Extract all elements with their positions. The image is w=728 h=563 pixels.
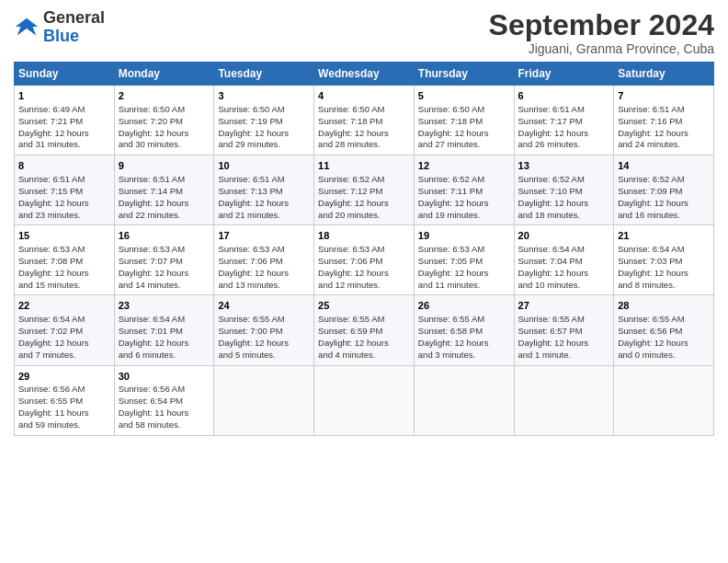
calendar-day-cell: 23Sunrise: 6:54 AM Sunset: 7:01 PM Dayli… <box>114 295 214 365</box>
day-detail: Sunrise: 6:51 AM Sunset: 7:15 PM Dayligh… <box>18 174 110 221</box>
day-number: 13 <box>518 159 610 173</box>
calendar-week-row: 22Sunrise: 6:54 AM Sunset: 7:02 PM Dayli… <box>15 295 714 365</box>
calendar-day-cell: 9Sunrise: 6:51 AM Sunset: 7:14 PM Daylig… <box>114 155 214 225</box>
day-detail: Sunrise: 6:55 AM Sunset: 7:00 PM Dayligh… <box>218 314 310 361</box>
day-number: 19 <box>418 229 510 243</box>
header-row: Sunday Monday Tuesday Wednesday Thursday… <box>15 63 714 86</box>
calendar-day-cell <box>614 365 714 435</box>
day-detail: Sunrise: 6:55 AM Sunset: 6:56 PM Dayligh… <box>618 314 710 361</box>
day-detail: Sunrise: 6:52 AM Sunset: 7:11 PM Dayligh… <box>418 174 510 221</box>
calendar-week-row: 8Sunrise: 6:51 AM Sunset: 7:15 PM Daylig… <box>15 155 714 225</box>
calendar-day-cell: 27Sunrise: 6:55 AM Sunset: 6:57 PM Dayli… <box>514 295 614 365</box>
day-number: 6 <box>518 89 610 103</box>
day-number: 3 <box>218 89 310 103</box>
calendar-day-cell: 29Sunrise: 6:56 AM Sunset: 6:55 PM Dayli… <box>15 365 115 435</box>
day-detail: Sunrise: 6:49 AM Sunset: 7:21 PM Dayligh… <box>18 104 110 151</box>
calendar-day-cell: 11Sunrise: 6:52 AM Sunset: 7:12 PM Dayli… <box>314 155 415 225</box>
calendar-day-cell: 1Sunrise: 6:49 AM Sunset: 7:21 PM Daylig… <box>15 86 115 155</box>
day-detail: Sunrise: 6:53 AM Sunset: 7:06 PM Dayligh… <box>318 244 410 291</box>
calendar-day-cell: 14Sunrise: 6:52 AM Sunset: 7:09 PM Dayli… <box>614 155 714 225</box>
svg-marker-0 <box>16 18 38 36</box>
calendar-day-cell: 22Sunrise: 6:54 AM Sunset: 7:02 PM Dayli… <box>15 295 115 365</box>
day-detail: Sunrise: 6:50 AM Sunset: 7:18 PM Dayligh… <box>418 104 510 151</box>
day-detail: Sunrise: 6:51 AM Sunset: 7:13 PM Dayligh… <box>218 174 310 221</box>
col-tuesday: Tuesday <box>214 63 314 86</box>
calendar-day-cell: 13Sunrise: 6:52 AM Sunset: 7:10 PM Dayli… <box>514 155 614 225</box>
calendar-day-cell: 6Sunrise: 6:51 AM Sunset: 7:17 PM Daylig… <box>514 86 614 155</box>
day-number: 1 <box>18 89 110 103</box>
calendar-day-cell: 15Sunrise: 6:53 AM Sunset: 7:08 PM Dayli… <box>15 225 115 295</box>
day-detail: Sunrise: 6:54 AM Sunset: 7:02 PM Dayligh… <box>18 314 110 361</box>
day-number: 10 <box>218 159 310 173</box>
page: General Blue September 2024 Jiguani, Gra… <box>0 0 728 563</box>
day-number: 21 <box>618 229 710 243</box>
day-number: 20 <box>518 229 610 243</box>
calendar-day-cell: 4Sunrise: 6:50 AM Sunset: 7:18 PM Daylig… <box>314 86 415 155</box>
day-number: 2 <box>119 89 210 103</box>
logo-blue: Blue <box>43 27 79 45</box>
day-number: 16 <box>119 229 210 243</box>
day-number: 15 <box>18 229 110 243</box>
calendar-day-cell: 24Sunrise: 6:55 AM Sunset: 7:00 PM Dayli… <box>214 295 314 365</box>
day-number: 24 <box>218 299 310 313</box>
day-number: 8 <box>18 159 110 173</box>
calendar-day-cell <box>314 365 415 435</box>
calendar-day-cell: 8Sunrise: 6:51 AM Sunset: 7:15 PM Daylig… <box>15 155 115 225</box>
calendar-day-cell: 12Sunrise: 6:52 AM Sunset: 7:11 PM Dayli… <box>414 155 514 225</box>
day-detail: Sunrise: 6:53 AM Sunset: 7:06 PM Dayligh… <box>218 244 310 291</box>
calendar-day-cell <box>414 365 514 435</box>
logo-text: General Blue <box>43 9 105 46</box>
calendar-day-cell: 2Sunrise: 6:50 AM Sunset: 7:20 PM Daylig… <box>114 86 214 155</box>
day-detail: Sunrise: 6:50 AM Sunset: 7:20 PM Dayligh… <box>119 104 210 151</box>
calendar-day-cell <box>214 365 314 435</box>
calendar-day-cell: 10Sunrise: 6:51 AM Sunset: 7:13 PM Dayli… <box>214 155 314 225</box>
logo-bird-icon <box>14 15 40 40</box>
calendar-table: Sunday Monday Tuesday Wednesday Thursday… <box>14 62 714 435</box>
col-thursday: Thursday <box>414 63 514 86</box>
day-number: 28 <box>618 299 710 313</box>
day-detail: Sunrise: 6:51 AM Sunset: 7:16 PM Dayligh… <box>618 104 710 151</box>
day-detail: Sunrise: 6:53 AM Sunset: 7:05 PM Dayligh… <box>418 244 510 291</box>
logo-area: General Blue <box>14 9 105 46</box>
day-detail: Sunrise: 6:55 AM Sunset: 6:58 PM Dayligh… <box>418 314 510 361</box>
day-number: 30 <box>119 370 210 384</box>
calendar-day-cell: 28Sunrise: 6:55 AM Sunset: 6:56 PM Dayli… <box>614 295 714 365</box>
day-number: 17 <box>218 229 310 243</box>
day-detail: Sunrise: 6:52 AM Sunset: 7:09 PM Dayligh… <box>618 174 710 221</box>
day-number: 22 <box>18 299 110 313</box>
day-number: 27 <box>518 299 610 313</box>
day-detail: Sunrise: 6:54 AM Sunset: 7:03 PM Dayligh… <box>618 244 710 291</box>
header: General Blue September 2024 Jiguani, Gra… <box>14 9 714 56</box>
day-detail: Sunrise: 6:50 AM Sunset: 7:19 PM Dayligh… <box>218 104 310 151</box>
calendar-day-cell: 26Sunrise: 6:55 AM Sunset: 6:58 PM Dayli… <box>414 295 514 365</box>
col-friday: Friday <box>514 63 614 86</box>
day-number: 29 <box>18 370 110 384</box>
calendar-day-cell: 5Sunrise: 6:50 AM Sunset: 7:18 PM Daylig… <box>414 86 514 155</box>
day-number: 7 <box>618 89 710 103</box>
day-detail: Sunrise: 6:52 AM Sunset: 7:10 PM Dayligh… <box>518 174 610 221</box>
calendar-day-cell: 16Sunrise: 6:53 AM Sunset: 7:07 PM Dayli… <box>114 225 214 295</box>
day-number: 4 <box>318 89 410 103</box>
calendar-week-row: 29Sunrise: 6:56 AM Sunset: 6:55 PM Dayli… <box>15 365 714 435</box>
day-number: 18 <box>318 229 410 243</box>
calendar-day-cell: 3Sunrise: 6:50 AM Sunset: 7:19 PM Daylig… <box>214 86 314 155</box>
day-detail: Sunrise: 6:53 AM Sunset: 7:08 PM Dayligh… <box>18 244 110 291</box>
calendar-body: 1Sunrise: 6:49 AM Sunset: 7:21 PM Daylig… <box>15 86 714 435</box>
calendar-day-cell: 30Sunrise: 6:56 AM Sunset: 6:54 PM Dayli… <box>114 365 214 435</box>
day-detail: Sunrise: 6:51 AM Sunset: 7:17 PM Dayligh… <box>518 104 610 151</box>
col-wednesday: Wednesday <box>314 63 415 86</box>
col-sunday: Sunday <box>15 63 115 86</box>
day-detail: Sunrise: 6:55 AM Sunset: 6:57 PM Dayligh… <box>518 314 610 361</box>
title-area: September 2024 Jiguani, Granma Province,… <box>489 9 714 56</box>
day-detail: Sunrise: 6:54 AM Sunset: 7:04 PM Dayligh… <box>518 244 610 291</box>
calendar-day-cell: 7Sunrise: 6:51 AM Sunset: 7:16 PM Daylig… <box>614 86 714 155</box>
day-number: 25 <box>318 299 410 313</box>
calendar-day-cell: 20Sunrise: 6:54 AM Sunset: 7:04 PM Dayli… <box>514 225 614 295</box>
col-monday: Monday <box>114 63 214 86</box>
day-number: 5 <box>418 89 510 103</box>
day-detail: Sunrise: 6:50 AM Sunset: 7:18 PM Dayligh… <box>318 104 410 151</box>
logo-general: General <box>43 8 105 27</box>
day-detail: Sunrise: 6:51 AM Sunset: 7:14 PM Dayligh… <box>119 174 210 221</box>
day-detail: Sunrise: 6:56 AM Sunset: 6:55 PM Dayligh… <box>18 384 110 431</box>
day-detail: Sunrise: 6:56 AM Sunset: 6:54 PM Dayligh… <box>119 384 210 431</box>
